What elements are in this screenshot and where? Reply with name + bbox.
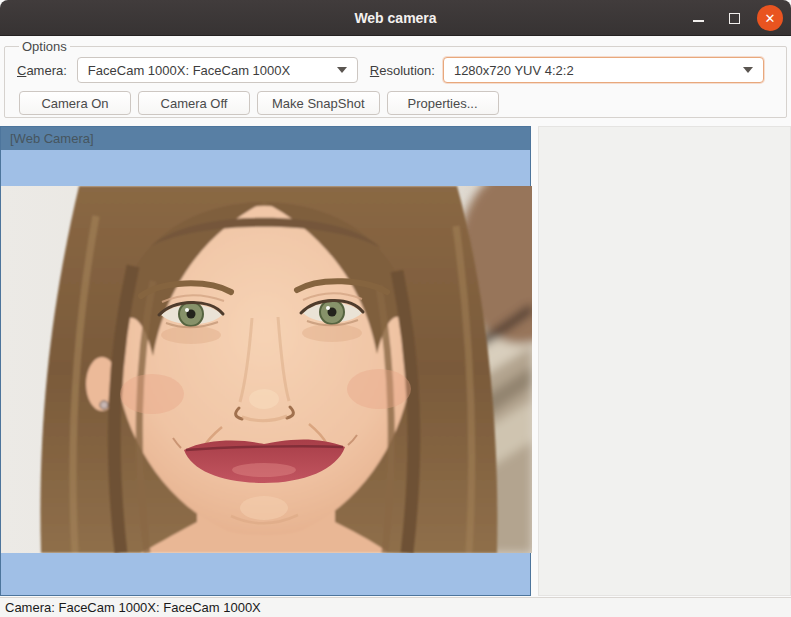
camera-label: Camera: — [17, 63, 67, 78]
video-panel: [Web Camera] — [0, 126, 531, 596]
maximize-button[interactable] — [721, 5, 747, 31]
webcam-video-frame — [1, 186, 530, 553]
resolution-select[interactable]: 1280x720 YUV 4:2:2 — [443, 57, 764, 83]
window-content: Options Camera: FaceCam 1000X: FaceCam 1… — [0, 36, 791, 597]
video-letterbox-top — [1, 150, 530, 186]
maximize-icon — [729, 13, 740, 24]
close-button[interactable]: ✕ — [757, 5, 783, 31]
options-groupbox: Options Camera: FaceCam 1000X: FaceCam 1… — [4, 39, 787, 118]
device-row: Camera: FaceCam 1000X: FaceCam 1000X Res… — [17, 57, 774, 83]
properties-button[interactable]: Properties... — [387, 91, 499, 115]
titlebar: Web camera ✕ — [0, 0, 791, 36]
minimize-icon — [693, 20, 704, 22]
options-legend: Options — [19, 39, 70, 54]
actions-row: Camera On Camera Off Make SnapShot Prope… — [17, 91, 774, 115]
minimize-button[interactable] — [685, 5, 711, 31]
status-text: Camera: FaceCam 1000X: FaceCam 1000X — [5, 600, 261, 615]
window-title: Web camera — [354, 10, 436, 26]
camera-off-button[interactable]: Camera Off — [138, 91, 250, 115]
side-panel — [538, 126, 791, 596]
close-icon: ✕ — [765, 12, 776, 25]
status-bar: Camera: FaceCam 1000X: FaceCam 1000X — [0, 597, 791, 617]
window-controls: ✕ — [685, 0, 783, 36]
webcam-portrait-image — [1, 186, 532, 553]
video-letterbox-bottom — [1, 553, 530, 595]
web-camera-window: Web camera ✕ Options Camera: FaceCam 100… — [0, 0, 791, 617]
video-header: [Web Camera] — [1, 127, 530, 150]
make-snapshot-button[interactable]: Make SnapShot — [257, 91, 380, 115]
resolution-select-value: 1280x720 YUV 4:2:2 — [454, 63, 574, 78]
video-overlay-label: [Web Camera] — [10, 131, 94, 146]
main-area: [Web Camera] — [0, 126, 791, 596]
camera-select[interactable]: FaceCam 1000X: FaceCam 1000X — [77, 57, 358, 83]
chevron-down-icon — [743, 67, 753, 73]
resolution-label: Resolution: — [370, 63, 435, 78]
camera-on-button[interactable]: Camera On — [19, 91, 131, 115]
camera-select-value: FaceCam 1000X: FaceCam 1000X — [88, 63, 290, 78]
chevron-down-icon — [337, 67, 347, 73]
